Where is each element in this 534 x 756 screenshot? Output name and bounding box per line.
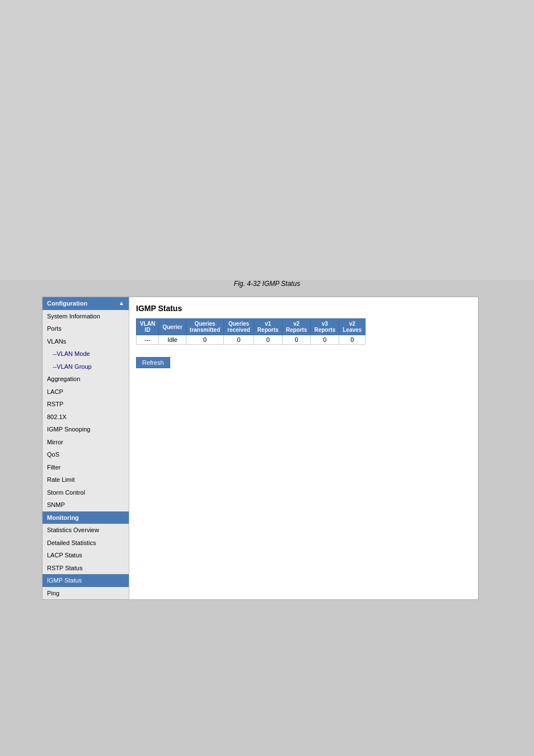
sidebar-item-aggregation[interactable]: Aggregation xyxy=(43,373,129,386)
cell-v2-leaves: 0 xyxy=(339,335,366,345)
sidebar-item-ping[interactable]: Ping xyxy=(43,587,129,600)
cell-vlan-id: --- xyxy=(137,335,159,345)
col-queries-received: Queriesreceived xyxy=(224,319,254,335)
cell-queries-transmitted: 0 xyxy=(186,335,223,345)
sidebar-item-igmp-snooping[interactable]: IGMP Snooping xyxy=(43,423,129,436)
refresh-button[interactable]: Refresh xyxy=(136,357,170,368)
col-v1-reports: v1Reports xyxy=(254,319,282,335)
col-querier: Querier xyxy=(159,319,186,335)
page-container: Configuration ▲ System Information Ports… xyxy=(0,280,534,756)
sidebar-item-filter[interactable]: Filter xyxy=(43,461,129,474)
sidebar-item-monitoring[interactable]: Monitoring xyxy=(43,511,129,524)
cell-queries-received: 0 xyxy=(224,335,254,345)
content-panel: IGMP Status VLANID Querier Queriestransm… xyxy=(129,297,478,599)
sidebar-item-snmp[interactable]: SNMP xyxy=(43,499,129,511)
cell-v2-reports: 0 xyxy=(282,335,311,345)
sidebar-item-vlan-group[interactable]: --VLAN Group xyxy=(43,360,129,373)
sidebar-item-detailed-statistics[interactable]: Detailed Statistics xyxy=(43,537,129,550)
col-v2-reports: v2Reports xyxy=(282,319,311,335)
col-v3-reports: v3Reports xyxy=(311,319,339,335)
sidebar-item-lacp[interactable]: LACP xyxy=(43,386,129,398)
main-area: Configuration ▲ System Information Ports… xyxy=(42,297,479,600)
col-vlan-id: VLANID xyxy=(137,319,159,335)
cell-v1-reports: 0 xyxy=(254,335,282,345)
sidebar-item-vlan-mode[interactable]: --VLAN Mode xyxy=(43,348,129,360)
sidebar-item-vlans[interactable]: VLANs xyxy=(43,335,129,348)
sidebar-item-qos[interactable]: QoS xyxy=(43,448,129,461)
cell-querier: Idle xyxy=(159,335,186,345)
sidebar-item-system-information[interactable]: System Information xyxy=(43,310,129,323)
cell-v3-reports: 0 xyxy=(311,335,339,345)
figure-caption: Fig. 4-32 IGMP Status xyxy=(0,280,534,288)
page-title: IGMP Status xyxy=(136,304,471,313)
col-v2-leaves: v2Leaves xyxy=(339,319,366,335)
sidebar-item-rate-limit[interactable]: Rate Limit xyxy=(43,473,129,486)
sidebar-item-ports[interactable]: Ports xyxy=(43,322,129,335)
igmp-status-table: VLANID Querier Queriestransmitted Querie… xyxy=(136,318,366,345)
sidebar-item-configuration[interactable]: Configuration ▲ xyxy=(43,297,129,310)
sidebar-item-statistics-overview[interactable]: Statistics Overview xyxy=(43,524,129,537)
sidebar-item-storm-control[interactable]: Storm Control xyxy=(43,486,129,499)
sidebar-item-rstp[interactable]: RSTP xyxy=(43,398,129,411)
sidebar: Configuration ▲ System Information Ports… xyxy=(43,297,129,599)
sidebar-item-mirror[interactable]: Mirror xyxy=(43,436,129,449)
sidebar-item-8021x[interactable]: 802.1X xyxy=(43,411,129,424)
sidebar-item-lacp-status[interactable]: LACP Status xyxy=(43,549,129,562)
arrow-icon: ▲ xyxy=(119,299,124,307)
col-queries-transmitted: Queriestransmitted xyxy=(186,319,223,335)
sidebar-item-rstp-status[interactable]: RSTP Status xyxy=(43,562,129,575)
table-row: --- Idle 0 0 0 0 0 0 xyxy=(137,335,366,345)
sidebar-item-igmp-status[interactable]: IGMP Status xyxy=(43,574,129,587)
